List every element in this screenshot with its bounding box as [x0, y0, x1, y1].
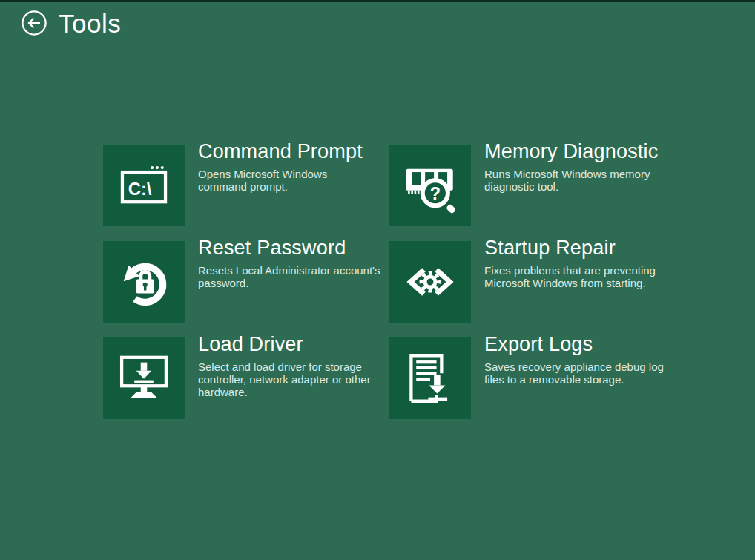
- page-title: Tools: [59, 10, 121, 36]
- tool-tile-export-logs[interactable]: Export Logs Saves recovery appliance deb…: [389, 337, 676, 434]
- tool-description: Saves recovery appliance debug log files…: [484, 360, 676, 386]
- load-driver-icon-box: [103, 337, 185, 419]
- reset-password-icon: [113, 251, 174, 312]
- command-prompt-icon: C:\: [113, 155, 174, 216]
- tool-description: Fixes problems that are preventing Micro…: [484, 264, 676, 289]
- tool-tile-command-prompt[interactable]: C:\ Command Prompt Opens Microsoft Windo…: [103, 145, 389, 241]
- top-edge-strip: [0, 0, 755, 2]
- tool-description: Resets Local Administrator account's pas…: [198, 264, 389, 289]
- tool-description: Select and load driver for storage contr…: [198, 360, 389, 398]
- reset-password-icon-box: [103, 241, 185, 323]
- startup-repair-icon-box: [389, 241, 471, 323]
- back-arrow-icon: [21, 10, 47, 36]
- tool-title: Memory Diagnostic: [484, 139, 676, 163]
- tool-title: Command Prompt: [198, 139, 389, 163]
- tool-title: Export Logs: [484, 332, 676, 356]
- tool-tile-memory-diagnostic[interactable]: ? Memory Diagnostic Runs Microsoft Windo…: [389, 145, 676, 241]
- header: Tools: [21, 10, 121, 36]
- tool-title: Startup Repair: [484, 236, 676, 260]
- tool-tile-load-driver[interactable]: Load Driver Select and load driver for s…: [103, 337, 389, 434]
- tool-title: Load Driver: [198, 332, 389, 356]
- memory-diagnostic-icon: ?: [400, 155, 461, 216]
- memory-diagnostic-icon-box: ?: [389, 145, 471, 226]
- export-logs-icon-box: [389, 337, 471, 419]
- svg-text:C:\: C:\: [128, 179, 152, 199]
- tool-tile-reset-password[interactable]: Reset Password Resets Local Administrato…: [103, 241, 389, 337]
- command-prompt-icon-box: C:\: [103, 145, 185, 226]
- svg-text:?: ?: [430, 183, 441, 203]
- tool-description: Runs Microsoft Windows memory diagnostic…: [484, 168, 676, 193]
- tool-tile-startup-repair[interactable]: Startup Repair Fixes problems that are p…: [389, 241, 676, 337]
- tools-grid: C:\ Command Prompt Opens Microsoft Windo…: [103, 145, 676, 434]
- tool-description: Opens Microsoft Windows command prompt.: [198, 168, 389, 193]
- export-logs-icon: [400, 348, 461, 409]
- startup-repair-icon: [400, 251, 461, 312]
- load-driver-icon: [113, 348, 174, 409]
- tool-title: Reset Password: [198, 236, 389, 260]
- back-button[interactable]: [21, 10, 47, 36]
